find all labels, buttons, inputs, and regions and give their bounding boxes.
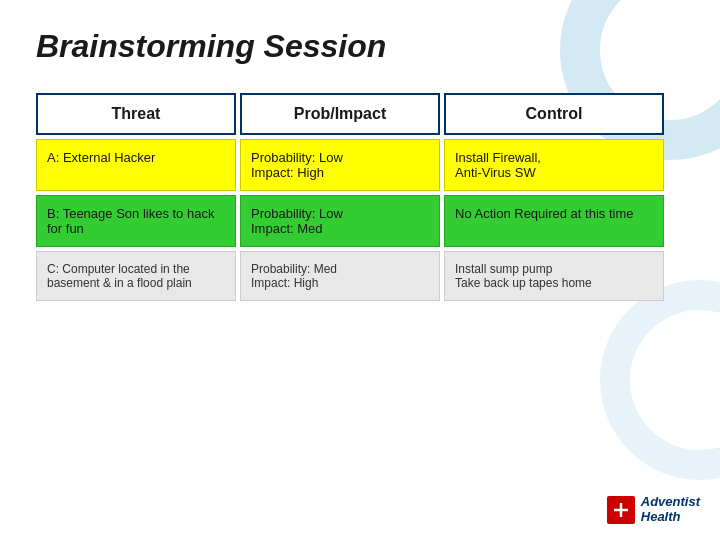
col-header-threat: Threat xyxy=(36,93,236,135)
page-title: Brainstorming Session xyxy=(36,28,684,65)
threat-a: A: External Hacker xyxy=(36,139,236,191)
control-a: Install Firewall,Anti-Virus SW xyxy=(444,139,664,191)
logo-text: Adventist Health xyxy=(641,495,700,524)
logo-icon xyxy=(607,496,635,524)
control-b: No Action Required at this time xyxy=(444,195,664,247)
logo-health: Health xyxy=(641,510,700,524)
threat-b: B: Teenage Son likes to hack for fun xyxy=(36,195,236,247)
prob-impact-a: Probability: LowImpact: High xyxy=(240,139,440,191)
threat-c: C: Computer located in the basement & in… xyxy=(36,251,236,301)
main-grid: Threat Prob/Impact Control A: External H… xyxy=(36,93,684,301)
prob-impact-b: Probability: LowImpact: Med xyxy=(240,195,440,247)
control-c: Install sump pumpTake back up tapes home xyxy=(444,251,664,301)
col-header-prob-impact: Prob/Impact xyxy=(240,93,440,135)
logo-adventist: Adventist xyxy=(641,495,700,509)
col-header-control: Control xyxy=(444,93,664,135)
prob-impact-c: Probability: MedImpact: High xyxy=(240,251,440,301)
logo: Adventist Health xyxy=(607,495,700,524)
